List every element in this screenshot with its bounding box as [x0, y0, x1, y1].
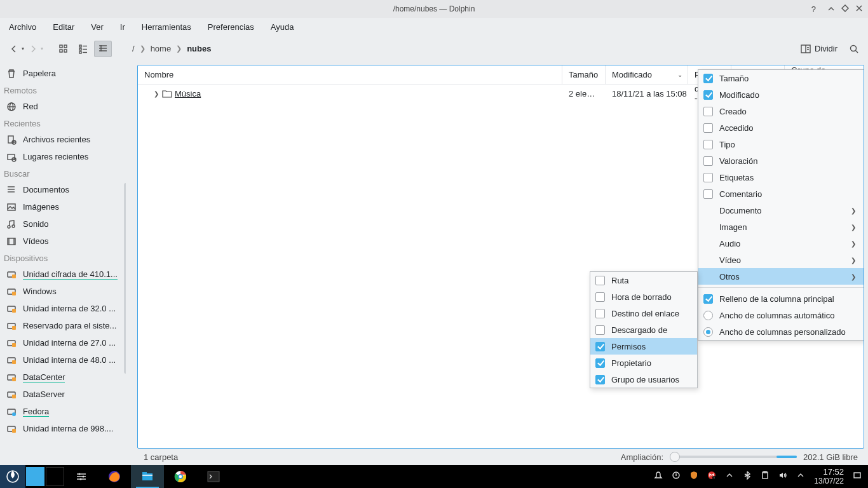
close-button[interactable] — [855, 4, 863, 14]
column-menu-item[interactable]: Otros❯ — [698, 268, 864, 285]
compact-view-button[interactable] — [74, 41, 92, 57]
task-dolphin[interactable] — [131, 465, 164, 488]
sidebar-device-3[interactable]: Reservado para el siste... — [0, 317, 126, 334]
svg-rect-67 — [208, 471, 219, 482]
header-name[interactable]: Nombre — [138, 65, 562, 84]
sidebar-audio[interactable]: Sonido — [0, 215, 126, 233]
split-view-button[interactable]: Dividir — [797, 41, 841, 57]
taskbar: ! 17:52 13/07/22 — [0, 465, 868, 488]
expand-icon[interactable]: ❯ — [153, 90, 159, 97]
column-menu-item[interactable]: Relleno de la columna principal — [698, 290, 864, 307]
forward-history-dropdown[interactable]: ▾ — [41, 46, 43, 51]
column-submenu-item[interactable]: Destino del enlace — [590, 305, 697, 322]
column-submenu-item[interactable]: Ruta — [590, 272, 697, 288]
column-menu-item[interactable]: Valoración — [698, 152, 864, 169]
sidebar-device-7[interactable]: DataServer — [0, 386, 126, 403]
breadcrumb-current[interactable]: nubes — [187, 44, 211, 53]
minimize-button[interactable] — [827, 4, 835, 14]
breadcrumb-root[interactable]: / — [132, 44, 135, 53]
details-view-button[interactable] — [94, 41, 112, 57]
tray-mega-icon[interactable]: ! — [707, 471, 716, 482]
zoom-slider[interactable] — [670, 456, 797, 458]
column-menu-item[interactable]: Tipo — [698, 136, 864, 152]
tray-clock[interactable]: 17:52 13/07/22 — [814, 468, 844, 485]
menu-editar[interactable]: Editar — [53, 22, 74, 32]
forward-button[interactable] — [25, 41, 41, 57]
menu-ayuda[interactable]: Ayuda — [271, 22, 294, 32]
tray-chevron-icon[interactable] — [725, 471, 734, 482]
column-menu-item[interactable]: Creado — [698, 103, 864, 119]
tray-notifications-icon[interactable] — [654, 471, 663, 482]
column-submenu-item[interactable]: Hora de borrado — [590, 288, 697, 305]
sidebar-trash[interactable]: Papelera — [0, 65, 126, 82]
sidebar-device-5[interactable]: Unidad interna de 48.0 ... — [0, 351, 126, 369]
sidebar-device-9[interactable]: Unidad interna de 998.... — [0, 420, 126, 437]
menu-ir[interactable]: Ir — [120, 22, 125, 32]
tray-shield-icon[interactable] — [689, 471, 698, 482]
column-submenu-item[interactable]: Descargado de — [590, 322, 697, 338]
back-button[interactable] — [6, 41, 22, 57]
sidebar-network[interactable]: Red — [0, 98, 126, 115]
sidebar-device-4[interactable]: Unidad interna de 27.0 ... — [0, 334, 126, 351]
column-menu-item[interactable]: Tamaño — [698, 70, 864, 86]
tray-volume-icon[interactable] — [778, 471, 787, 482]
column-submenu-item[interactable]: Grupo de usuarios — [590, 371, 697, 388]
column-menu-item[interactable]: Audio❯ — [698, 235, 864, 252]
sidebar-device-0[interactable]: Unidad cifrada de 410.1... — [0, 266, 126, 283]
svg-rect-30 — [8, 204, 15, 210]
sidebar-scrollbar[interactable] — [124, 183, 126, 374]
column-submenu-item[interactable]: Permisos — [590, 338, 697, 355]
sidebar-device-6[interactable]: DataCenter — [0, 369, 126, 386]
sidebar-recent-places[interactable]: Lugares recientes — [0, 148, 126, 165]
header-modified[interactable]: Modificado⌄ — [606, 65, 688, 84]
search-button[interactable] — [846, 41, 862, 57]
header-size[interactable]: Tamaño — [562, 65, 606, 84]
tray-bluetooth-icon[interactable] — [743, 471, 752, 482]
svg-point-18 — [851, 45, 857, 51]
column-menu-item[interactable]: Documento❯ — [698, 202, 864, 219]
menu-herramientas[interactable]: Herramientas — [142, 22, 191, 32]
sidebar-device-8[interactable]: Fedora — [0, 403, 126, 420]
menu-preferencias[interactable]: Preferencias — [208, 22, 254, 32]
column-menu-item[interactable]: Accedido — [698, 119, 864, 136]
tray-updates-icon[interactable] — [672, 471, 681, 482]
svg-rect-43 — [12, 326, 16, 330]
svg-point-58 — [83, 476, 85, 478]
breadcrumb-home[interactable]: home — [151, 44, 172, 53]
virtual-desktop-pager[interactable] — [25, 465, 65, 488]
sidebar-device-2[interactable]: Unidad interna de 32.0 ... — [0, 300, 126, 317]
column-menu-item[interactable]: Etiquetas — [698, 169, 864, 186]
column-menu-item[interactable]: Modificado — [698, 86, 864, 103]
sidebar-device-1[interactable]: Windows — [0, 283, 126, 300]
column-menu-item[interactable]: Ancho de columnas automático — [698, 307, 864, 323]
section-devices: Dispositivos — [0, 250, 126, 266]
column-menu-item[interactable]: Ancho de columnas personalizado — [698, 323, 864, 340]
sidebar-images[interactable]: Imágenes — [0, 198, 126, 215]
sidebar-documents[interactable]: Documentos — [0, 181, 126, 198]
tray-show-desktop-icon[interactable] — [853, 471, 862, 482]
task-firefox[interactable] — [98, 465, 131, 488]
main-area: Papelera Remotos Red Recientes Archivos … — [0, 62, 868, 465]
column-menu-item[interactable]: Comentario — [698, 186, 864, 202]
file-name[interactable]: Música — [175, 89, 201, 98]
tray-clipboard-icon[interactable] — [761, 471, 770, 482]
task-chrome[interactable] — [164, 465, 197, 488]
column-menu-item[interactable]: Imagen❯ — [698, 219, 864, 235]
menu-ver[interactable]: Ver — [91, 22, 104, 32]
column-menu-item[interactable]: Vídeo❯ — [698, 252, 864, 268]
free-space: 202.1 GiB libre — [803, 452, 858, 462]
icons-view-button[interactable] — [55, 41, 72, 57]
sidebar-videos[interactable]: Vídeos — [0, 233, 126, 250]
task-systemsettings[interactable] — [65, 465, 98, 488]
column-submenu-item[interactable]: Propietario — [590, 355, 697, 371]
back-history-dropdown[interactable]: ▾ — [22, 46, 24, 51]
menu-archivo[interactable]: Archivo — [9, 22, 36, 32]
maximize-button[interactable] — [841, 4, 849, 14]
task-terminal[interactable] — [197, 465, 230, 488]
tray-caret-icon[interactable] — [796, 471, 805, 482]
breadcrumb: / ❯ home ❯ nubes — [132, 44, 211, 53]
folder-icon — [162, 90, 172, 98]
help-button[interactable]: ? — [811, 4, 816, 14]
sidebar-recent-files[interactable]: Archivos recientes — [0, 131, 126, 148]
app-launcher[interactable] — [0, 465, 25, 488]
